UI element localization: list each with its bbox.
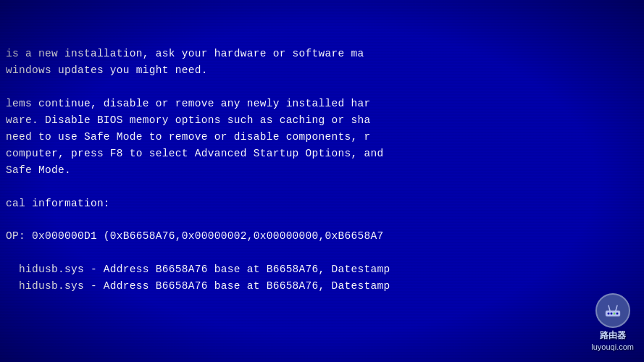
- bsod-line: windows updates you might need.: [6, 62, 638, 79]
- bsod-line: [6, 211, 638, 228]
- bsod-line: hidusb.sys - Address B6658A76 base at B6…: [6, 261, 638, 278]
- svg-point-4: [616, 313, 618, 315]
- bsod-line: need to use Safe Mode to remove or disab…: [6, 129, 638, 146]
- bsod-line: [6, 179, 638, 195]
- svg-line-5: [609, 306, 610, 311]
- watermark-label: 路由器 luyouqi.com: [591, 330, 634, 352]
- bsod-content: is a new installation, ask your hardware…: [0, 0, 644, 295]
- bsod-line: hidusb.sys - Address B6658A76 base at B6…: [6, 278, 638, 295]
- bsod-line: cal information:: [6, 195, 638, 212]
- watermark: 路由器 luyouqi.com: [591, 293, 634, 352]
- bsod-line: is a new installation, ask your hardware…: [6, 46, 638, 62]
- router-icon: [603, 300, 623, 321]
- bsod-line: Safe Mode.: [6, 162, 638, 179]
- watermark-icon: [595, 293, 630, 328]
- bsod-text-area: is a new installation, ask your hardware…: [0, 0, 644, 362]
- bsod-line: lems continue, disable or remove any new…: [6, 96, 638, 112]
- svg-line-6: [616, 306, 617, 311]
- bsod-line: ware. Disable BIOS memory options such a…: [6, 112, 638, 129]
- bsod-line: [6, 79, 638, 96]
- svg-point-3: [613, 313, 615, 315]
- bsod-line: [6, 245, 638, 261]
- bsod-screen: is a new installation, ask your hardware…: [0, 0, 644, 362]
- bsod-line: computer, press F8 to select Advanced St…: [6, 146, 638, 162]
- svg-point-1: [607, 313, 609, 315]
- svg-point-2: [610, 313, 612, 315]
- bsod-line: OP: 0x000000D1 (0xB6658A76,0x00000002,0x…: [6, 228, 638, 245]
